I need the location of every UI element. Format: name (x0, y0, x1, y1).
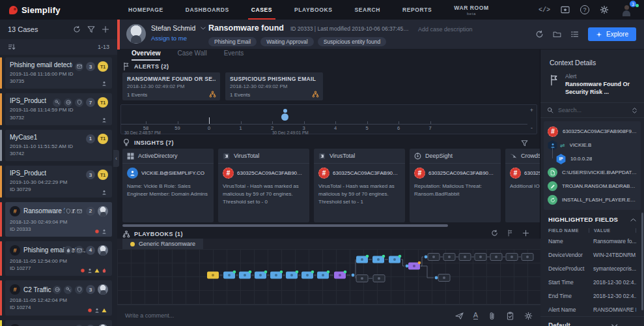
entity-row[interactable]: TROJAN.RANSOM.BADRABBIT (548, 179, 637, 193)
insight-card[interactable]: CrowdStrike#630325CAC09AC3FAB908F903E3..… (505, 149, 540, 222)
case-card[interactable]: IPS_Product2019-10-30 04:22:29 PM ID 307… (5, 166, 112, 197)
comment-input[interactable]: Write a comment... (125, 312, 455, 319)
ide-icon[interactable]: </> (539, 7, 550, 14)
highlighted-fields-header[interactable]: HIGHLIGHTED FIELDS (540, 210, 644, 227)
playbook-node[interactable] (373, 275, 385, 282)
case-list-item[interactable]: #Phishing email detec...2018-11-05 12:54… (0, 241, 117, 276)
key-icon[interactable] (53, 98, 61, 107)
nav-item-cases[interactable]: CASES (240, 0, 283, 20)
add-case-icon[interactable] (102, 25, 109, 33)
add-playbook-icon[interactable] (522, 230, 529, 237)
list-view-icon[interactable] (570, 30, 579, 38)
chevron-down-icon[interactable] (201, 27, 206, 30)
nav-item-war-room[interactable]: WAR ROOMbeta (443, 0, 499, 20)
playbook-tab[interactable]: Generic Ransomware (122, 239, 203, 249)
nav-item-reports[interactable]: REPORTS (391, 0, 443, 20)
playbook-node[interactable] (301, 271, 314, 279)
timeline-event-dot[interactable] (281, 113, 288, 121)
case-assignee-avatar[interactable] (98, 284, 108, 295)
sort-cases-icon[interactable] (8, 43, 16, 51)
brand[interactable]: Siemplify (0, 5, 117, 15)
case-card[interactable]: #Phishing email detec...2018-11-05 12:54… (5, 241, 112, 276)
settings-gear-icon[interactable] (600, 5, 609, 14)
insight-card[interactable]: DeepSight#630325CAC09AC3FAB908F903E3...R… (410, 149, 501, 222)
refresh-playbook-icon[interactable] (491, 230, 498, 237)
playbook-node[interactable] (459, 254, 471, 261)
help-icon[interactable]: ? (580, 5, 589, 14)
case-tag[interactable]: Waiting Approval (260, 37, 313, 46)
case-card[interactable]: DLP2018-11-05 02:09:40 PM ID 102831 (5, 320, 112, 326)
fire-icon[interactable] (64, 246, 72, 254)
case-list-item[interactable]: #Ransomware found2018-12-30 02:49:04 PM … (0, 202, 117, 237)
assign-to-me-link[interactable]: Assign to me (151, 35, 206, 42)
alert-playbook-icon[interactable] (312, 91, 319, 98)
playbook-node[interactable] (490, 254, 502, 261)
task-icon[interactable] (506, 312, 514, 320)
insight-entity-row[interactable]: VICKIE.B@SIEMPLIFY.CO (122, 164, 214, 180)
case-assignee-avatar[interactable]: T1 (98, 134, 108, 144)
insight-entity-row[interactable]: #630325CAC09AC3FAB908F903E3... (505, 164, 540, 180)
context-section-default[interactable]: Default (540, 316, 644, 326)
playbook-node[interactable] (443, 254, 455, 261)
tab-overview[interactable]: Overview (132, 50, 160, 61)
playbook-node[interactable] (438, 274, 450, 282)
horizontal-scrollbar[interactable] (122, 224, 448, 227)
case-list-item[interactable]: #C2 Traffic2018-11-05 12:42:04 PM ID 102… (0, 280, 117, 315)
playbook-node[interactable] (506, 254, 518, 261)
playbook-node[interactable] (286, 271, 298, 279)
send-icon[interactable] (455, 312, 464, 320)
vertical-scrollbar[interactable] (641, 213, 643, 310)
insight-entity-row[interactable]: #630325CAC09AC3FAB908F903E3... (314, 164, 405, 180)
nav-item-dashboards[interactable]: DASHBOARDS (175, 0, 240, 20)
playbook-node[interactable] (428, 254, 440, 261)
case-tag[interactable]: Phishing Email (208, 37, 257, 46)
timeline-zoom-out-button[interactable]: - (529, 125, 535, 131)
insight-entity-row[interactable]: #630325CAC09AC3FAB908F903E3... (218, 164, 309, 180)
refresh-case-icon[interactable] (535, 30, 544, 38)
shield-icon[interactable] (75, 98, 83, 107)
tab-events[interactable]: Events (224, 50, 244, 61)
entity-row[interactable]: IP10.0.0.28 (548, 152, 637, 166)
playbook-node[interactable] (372, 255, 385, 263)
playbook-node[interactable] (334, 271, 346, 279)
envelope-icon[interactable] (75, 207, 83, 215)
shield-icon[interactable] (64, 207, 72, 215)
playbook-node[interactable] (356, 255, 369, 263)
case-card[interactable]: MyCase12019-11-10 11:51:52 AM ID 307421T… (5, 130, 112, 161)
insight-card[interactable]: VirusTotal#630325CAC09AC3FAB908F903E3...… (314, 149, 405, 222)
playbook-flag-icon[interactable] (507, 230, 514, 237)
case-list-item[interactable]: DLP2018-11-05 02:09:40 PM ID 102831 (0, 320, 117, 326)
explore-button[interactable]: Explore (588, 27, 636, 41)
envelope-icon[interactable] (75, 246, 83, 254)
case-card[interactable]: #C2 Traffic2018-11-05 12:42:04 PM ID 102… (5, 280, 112, 315)
entity-row[interactable]: C:\USERS\VICKIE.B\APPDATA\LO... (548, 166, 637, 179)
refresh-cases-icon[interactable] (73, 25, 81, 33)
attachment-icon[interactable] (488, 312, 496, 320)
case-tag[interactable]: Suspicious entity found (318, 37, 386, 46)
key-icon[interactable] (64, 286, 72, 294)
case-list-item[interactable]: IPS_Product2019-10-30 04:22:29 PM ID 307… (0, 166, 117, 197)
filter-cases-icon[interactable] (87, 25, 95, 33)
move-to-folder-icon[interactable] (553, 30, 561, 38)
playbook-node[interactable] (522, 254, 533, 261)
timeline-zoom-in-button[interactable]: + (529, 108, 535, 113)
whats-new-icon[interactable] (561, 5, 570, 14)
insight-card[interactable]: VirusTotal#630325CAC09AC3FAB908F903E3...… (218, 149, 309, 222)
playbook-node[interactable] (317, 271, 329, 279)
case-assignee-avatar[interactable]: T1 (98, 61, 108, 72)
playbook-node[interactable] (408, 261, 421, 270)
playbook-node[interactable] (207, 272, 219, 279)
playbook-node[interactable] (270, 271, 283, 279)
playbook-node[interactable] (389, 255, 401, 263)
insights-filter-icon[interactable] (521, 140, 528, 147)
timeline-event-dot[interactable] (283, 109, 287, 113)
insight-entity-row[interactable]: #630325CAC09AC3FAB908F903E3... (410, 164, 501, 180)
comment-settings-icon[interactable] (524, 312, 533, 320)
alert-playbook-icon[interactable] (209, 91, 216, 98)
case-assignee-avatar[interactable] (98, 245, 108, 256)
minus-icon[interactable] (64, 98, 72, 107)
nav-item-search[interactable]: SEARCH (343, 0, 391, 20)
case-description-placeholder[interactable]: Add case description (418, 26, 473, 33)
alert-card[interactable]: SUSPICIOUS PHISHING EMAIL 2018-12-30 02:… (225, 72, 323, 100)
nav-item-homepage[interactable]: HOMEPAGE (117, 0, 175, 20)
